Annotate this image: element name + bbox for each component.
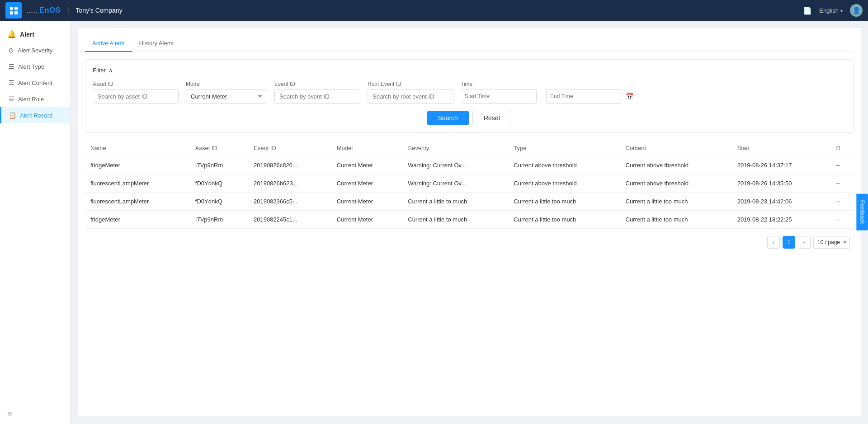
row-0-col-7: 2019-08-26 14:37:17 <box>732 156 831 174</box>
row-0-col-3: Current Meter <box>331 156 403 174</box>
table-container: Name Asset ID Event ID Model Severity Ty… <box>85 140 854 229</box>
page-size-select[interactable]: 10 / page 20 / page 50 / page <box>813 236 850 249</box>
col-name: Name <box>85 140 190 156</box>
calendar-icon: 📅 <box>626 93 633 100</box>
col-content: Content <box>620 140 732 156</box>
sidebar-item-alert-rule[interactable]: ☰ Alert Rule <box>0 91 70 107</box>
time-separator: — <box>538 93 544 100</box>
row-3-col-6: Current a little too much <box>620 211 732 229</box>
model-field: Model Current Meter Voltage Meter Power … <box>186 81 267 104</box>
sidebar-section-title: 🔔 Alert <box>0 21 70 42</box>
time-label: Time <box>461 81 633 87</box>
sidebar-item-alert-type[interactable]: ☰ Alert Type <box>0 58 70 75</box>
logo-area: ..... EnOS <box>26 6 61 15</box>
row-3-col-0: fridgeMeter <box>85 211 190 229</box>
alert-type-icon: ☰ <box>9 63 14 70</box>
tab-active-alerts[interactable]: Active Alerts <box>85 35 132 52</box>
tabs: Active Alerts History Alerts <box>85 35 854 52</box>
filter-fields: Asset ID Model Current Meter Voltage Met… <box>93 81 846 104</box>
table-row[interactable]: fridgeMeterI7Vp9nRm2019082245c1...Curren… <box>85 211 854 229</box>
asset-id-field: Asset ID <box>93 81 179 104</box>
main-content: Active Alerts History Alerts Filter ∧ As… <box>71 21 868 424</box>
row-3-col-3: Current Meter <box>331 211 403 229</box>
table-header-row: Name Asset ID Event ID Model Severity Ty… <box>85 140 854 156</box>
logo-text: EnOS <box>39 6 61 14</box>
alert-section-icon: 🔔 <box>7 30 16 38</box>
table-row[interactable]: fluorescentLampMeterfD0YdnkQ20190826b623… <box>85 174 854 193</box>
col-model: Model <box>331 140 403 156</box>
alert-record-icon: 📋 <box>9 112 16 119</box>
table-row[interactable]: fluorescentLampMeterfD0YdnkQ2019082366c5… <box>85 193 854 211</box>
alert-rule-icon: ☰ <box>9 95 14 103</box>
row-0-col-4: Warning: Current Ov... <box>402 156 508 174</box>
sidebar: 🔔 Alert ⊙ Alert Severity ☰ Alert Type ☰ … <box>0 21 71 424</box>
reset-button[interactable]: Reset <box>472 111 512 125</box>
col-event-id: Event ID <box>248 140 331 156</box>
row-2-col-3: Current Meter <box>331 193 403 211</box>
row-1-col-0: fluorescentLampMeter <box>85 174 190 193</box>
row-2-col-1: fD0YdnkQ <box>190 193 248 211</box>
search-button[interactable]: Search <box>427 111 469 125</box>
col-asset-id: Asset ID <box>190 140 248 156</box>
row-1-col-4: Warning: Current Ov... <box>402 174 508 193</box>
filter-section: Filter ∧ Asset ID Model Current Meter Vo… <box>85 59 854 133</box>
apps-button[interactable] <box>5 2 22 19</box>
logo-dots: ..... <box>26 6 38 15</box>
asset-id-label: Asset ID <box>93 81 179 87</box>
layout: 🔔 Alert ⊙ Alert Severity ☰ Alert Type ☰ … <box>0 21 868 424</box>
sidebar-label-alert-type: Alert Type <box>18 63 44 70</box>
row-1-col-3: Current Meter <box>331 174 403 193</box>
tab-history-alerts[interactable]: History Alerts <box>132 35 181 52</box>
sidebar-label-alert-record: Alert Record <box>20 112 52 119</box>
row-3-col-5: Current a little too much <box>508 211 620 229</box>
filter-actions: Search Reset <box>93 111 846 125</box>
start-time-input[interactable] <box>461 89 537 104</box>
row-3-col-8: -- <box>830 211 854 229</box>
feedback-tab[interactable]: Feedback <box>857 194 868 231</box>
row-2-col-5: Current a little too much <box>508 193 620 211</box>
row-2-col-0: fluorescentLampMeter <box>85 193 190 211</box>
sidebar-item-alert-record[interactable]: 📋 Alert Record <box>0 107 70 123</box>
root-event-id-field: Root Event ID <box>368 81 453 104</box>
root-event-id-input[interactable] <box>368 89 453 104</box>
sidebar-item-alert-severity[interactable]: ⊙ Alert Severity <box>0 42 70 58</box>
collapse-icon: ≡ <box>7 409 12 418</box>
row-2-col-8: -- <box>830 193 854 211</box>
language-selector[interactable]: English <box>819 7 843 14</box>
sidebar-item-alert-content[interactable]: ☰ Alert Content <box>0 75 70 91</box>
root-event-id-label: Root Event ID <box>368 81 453 87</box>
prev-page-button[interactable]: ‹ <box>767 236 780 249</box>
user-avatar[interactable]: 👤 <box>850 4 863 17</box>
pagination: ‹ 1 › 10 / page 20 / page 50 / page <box>85 236 854 249</box>
row-1-col-5: Current above threshold <box>508 174 620 193</box>
asset-id-input[interactable] <box>93 89 179 104</box>
model-select[interactable]: Current Meter Voltage Meter Power Meter <box>186 89 267 104</box>
sidebar-collapse-button[interactable]: ≡ <box>0 404 70 424</box>
next-page-button[interactable]: › <box>798 236 811 249</box>
document-icon[interactable]: 📄 <box>803 6 812 15</box>
sidebar-label-alert-severity: Alert Severity <box>18 47 52 54</box>
filter-toggle[interactable]: Filter ∧ <box>93 67 846 74</box>
table-row[interactable]: fridgeMeterI7Vp9nRm20190826c820...Curren… <box>85 156 854 174</box>
filter-label: Filter <box>93 67 106 74</box>
row-2-col-4: Current a little to much <box>402 193 508 211</box>
time-range: — 📅 <box>461 89 633 104</box>
row-0-col-1: I7Vp9nRm <box>190 156 248 174</box>
end-time-input[interactable] <box>546 89 622 104</box>
row-1-col-8: -- <box>830 174 854 193</box>
row-3-col-2: 2019082245c1... <box>248 211 331 229</box>
row-0-col-2: 20190826c820... <box>248 156 331 174</box>
alert-content-icon: ☰ <box>9 79 14 86</box>
alert-severity-icon: ⊙ <box>9 47 14 54</box>
row-0-col-5: Current above threshold <box>508 156 620 174</box>
sidebar-section-label: Alert <box>20 31 34 38</box>
col-type: Type <box>508 140 620 156</box>
row-1-col-1: fD0YdnkQ <box>190 174 248 193</box>
row-3-col-4: Current a little to much <box>402 211 508 229</box>
col-severity: Severity <box>402 140 508 156</box>
event-id-input[interactable] <box>274 89 360 104</box>
row-0-col-6: Current above threshold <box>620 156 732 174</box>
page-1-button[interactable]: 1 <box>783 236 795 249</box>
row-1-col-6: Current above threshold <box>620 174 732 193</box>
row-0-col-8: -- <box>830 156 854 174</box>
